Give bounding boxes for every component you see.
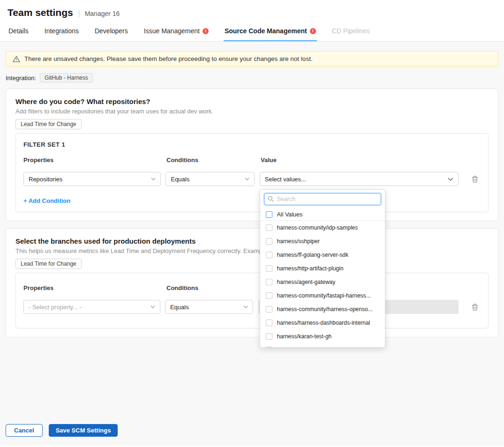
tab-source-code-management[interactable]: Source Code Management xyxy=(224,23,317,41)
checkbox-icon[interactable] xyxy=(266,347,272,348)
tab-label: Developers xyxy=(95,27,128,35)
lead-time-tag: Lead Time for Change xyxy=(15,259,82,269)
banner-text: There are unsaved changes. Please save t… xyxy=(24,55,313,62)
tab-label: CD Pipelines xyxy=(332,27,370,35)
tab-details[interactable]: Details xyxy=(8,23,30,41)
properties-column-header: Properties xyxy=(23,284,162,291)
property-select[interactable]: - Select property... - xyxy=(23,300,160,314)
option-label: harness/karan-test-gh xyxy=(277,333,332,340)
option-label: harness/harness-dashboards-internal xyxy=(277,320,370,326)
condition-select[interactable]: Equals xyxy=(165,300,253,314)
tab-developers[interactable]: Developers xyxy=(94,23,129,41)
repo-option[interactable]: harness/sshpiper xyxy=(260,234,385,248)
save-scm-settings-button[interactable]: Save SCM Settings xyxy=(49,424,118,437)
option-label: All Values xyxy=(277,211,303,218)
warning-badge-icon xyxy=(310,28,316,34)
chevron-down-icon xyxy=(151,178,156,180)
value-select[interactable]: Select values... xyxy=(260,172,459,186)
value-select-wrap: Select values... xyxy=(260,172,459,186)
checkbox-icon[interactable] xyxy=(266,292,272,299)
integration-chip: GitHub - Harness xyxy=(40,73,93,82)
checkbox-icon[interactable] xyxy=(266,320,272,326)
conditions-column-header: Conditions xyxy=(166,156,256,164)
values-dropdown: All Values harness-community/idp-samples… xyxy=(260,189,385,348)
trash-icon xyxy=(472,176,478,183)
checkbox-icon[interactable] xyxy=(266,224,272,231)
property-select-value: Repositories xyxy=(29,176,62,183)
checkbox-icon[interactable] xyxy=(266,333,272,340)
card-subtitle: This helps us measure metrics like Lead … xyxy=(15,247,489,254)
trash-icon xyxy=(472,304,478,311)
repositories-card: Where do you code? What repositories? Ad… xyxy=(6,89,498,221)
tab-integrations[interactable]: Integrations xyxy=(44,23,80,41)
repo-option[interactable]: harness-community/harness-openso... xyxy=(260,302,385,316)
lead-time-tag: Lead Time for Change xyxy=(15,119,82,129)
value-select-placeholder: Select values... xyxy=(265,176,306,183)
tab-label: Source Code Management xyxy=(225,27,307,35)
card-title: Where do you code? What repositories? xyxy=(15,97,489,105)
tab-cd-pipelines: CD Pipelines xyxy=(331,23,371,41)
content-area: There are unsaved changes. Please save t… xyxy=(0,42,504,446)
dropdown-search-input[interactable] xyxy=(264,193,381,205)
card-subtitle: Add filters to include repositories that… xyxy=(15,108,489,115)
filter-set-1: FILTER SET 1 Properties Conditions Value… xyxy=(15,133,489,212)
repo-option[interactable]: harness/agent-gateway xyxy=(260,275,385,289)
repo-option[interactable]: harness-community/fastapi-harness... xyxy=(260,289,385,302)
chevron-down-icon xyxy=(150,305,155,308)
repo-option[interactable]: harness/http-artifact-plugin xyxy=(260,261,385,275)
tab-label: Details xyxy=(8,27,29,35)
chevron-down-icon xyxy=(448,178,453,181)
column-headers: Properties Conditions Value xyxy=(23,156,481,164)
option-label: harness/ff-golang-server-sdk xyxy=(277,252,349,258)
delete-filter-button[interactable] xyxy=(469,173,481,185)
repo-option[interactable]: harness/ff-golang-server-sdk xyxy=(260,248,385,261)
page-subtitle: Manager 16 xyxy=(79,10,120,17)
repo-option[interactable]: harness/karan-test-gh xyxy=(260,329,385,343)
repo-option[interactable]: harness-community/idp-samples xyxy=(260,221,385,234)
cancel-button[interactable]: Cancel xyxy=(6,424,43,437)
checkbox-icon[interactable] xyxy=(266,265,272,272)
tab-label: Issue Management xyxy=(144,27,200,35)
option-label: harness-community/idp-samples xyxy=(277,224,358,231)
option-label: harness/http-artifact-plugin xyxy=(277,265,344,272)
filter-row: Repositories Equals Select values. xyxy=(23,172,481,186)
option-label: harness/sshpiper xyxy=(277,238,320,245)
chevron-down-icon xyxy=(243,305,248,308)
option-label: harness-community/fastapi-harness... xyxy=(277,292,371,299)
unsaved-changes-banner: There are unsaved changes. Please save t… xyxy=(6,51,498,67)
option-label: harness/agent-gateway xyxy=(277,279,336,285)
delete-filter-button[interactable] xyxy=(469,301,481,313)
property-select[interactable]: Repositories xyxy=(23,172,161,186)
filter-row: - Select property... - Equals xyxy=(23,300,481,314)
repo-option[interactable]: harness/harness-dashboards-internal xyxy=(260,316,385,329)
checkbox-icon[interactable] xyxy=(266,306,272,313)
warning-badge-icon xyxy=(203,28,209,34)
tab-bar: Details Integrations Developers Issue Ma… xyxy=(0,23,504,42)
integration-label: Integration: xyxy=(6,74,36,82)
condition-select-value: Equals xyxy=(171,176,189,183)
condition-select-value: Equals xyxy=(170,304,189,311)
column-headers: Properties Conditions xyxy=(23,284,481,291)
condition-select[interactable]: Equals xyxy=(165,172,254,186)
warning-triangle-icon xyxy=(13,56,20,62)
checkbox-icon[interactable] xyxy=(266,252,272,258)
page-header: Team settings Manager 16 xyxy=(0,0,504,23)
checkbox-icon[interactable] xyxy=(266,238,272,245)
chevron-down-icon xyxy=(245,178,249,180)
add-condition-button[interactable]: + Add Condition xyxy=(23,197,70,204)
card-title: Select the branches used for production … xyxy=(15,237,489,245)
repo-option-partial[interactable]: harness/... xyxy=(260,343,385,348)
filter-set-title: FILTER SET 1 xyxy=(23,141,481,148)
team-settings-page: Team settings Manager 16 Details Integra… xyxy=(0,0,504,447)
option-label: harness-community/harness-openso... xyxy=(277,306,373,313)
checkbox-icon[interactable] xyxy=(266,211,272,218)
all-values-option[interactable]: All Values xyxy=(260,209,385,221)
tab-label: Integrations xyxy=(45,27,79,35)
property-select-placeholder: - Select property... - xyxy=(29,304,82,311)
option-label: harness/... xyxy=(277,347,303,348)
checkbox-icon[interactable] xyxy=(266,279,272,285)
tab-issue-management[interactable]: Issue Management xyxy=(143,23,210,41)
search-icon xyxy=(268,196,274,202)
integration-row: Integration: GitHub - Harness xyxy=(6,73,498,82)
dropdown-search xyxy=(260,190,385,209)
